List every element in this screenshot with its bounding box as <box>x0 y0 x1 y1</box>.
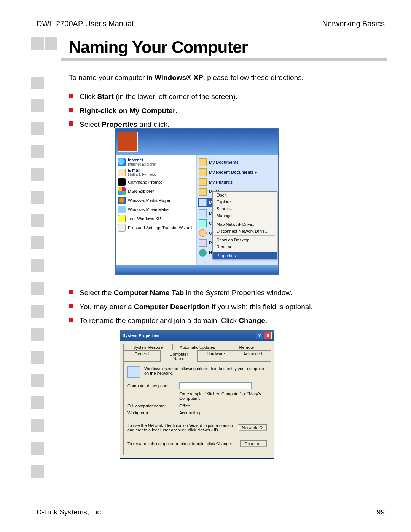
context-menu-item[interactable]: Rename <box>213 243 277 250</box>
tab[interactable]: Advanced <box>234 350 271 361</box>
tab[interactable]: Remote <box>222 344 271 350</box>
folder-icon <box>199 188 207 196</box>
app-icon <box>118 158 126 166</box>
header-left: DWL-2700AP User's Manual <box>37 19 134 28</box>
folder-icon <box>199 239 207 247</box>
start-menu-item[interactable]: My Recent Documents ▸ <box>199 168 276 176</box>
tab[interactable]: Hardware <box>197 350 234 361</box>
app-icon <box>118 224 126 232</box>
folder-icon <box>199 178 207 186</box>
instruction-list-1: Click Start (in the lower left corner of… <box>69 88 237 134</box>
close-button[interactable]: X <box>264 332 272 339</box>
app-icon <box>118 178 126 186</box>
list-item: Right-click on My Computer. <box>69 106 237 116</box>
tabs: System RestoreAutomatic UpdatesRemote Ge… <box>120 341 274 361</box>
list-item: You may enter a Computer Description if … <box>69 302 313 312</box>
folder-icon <box>199 219 207 227</box>
computer-icon <box>127 366 140 378</box>
decorative-squares-top <box>31 37 61 55</box>
user-avatar-icon <box>118 132 138 152</box>
app-icon <box>118 169 126 176</box>
app-icon <box>118 197 126 204</box>
app-icon <box>118 215 126 222</box>
context-menu-item[interactable]: Search... <box>213 205 277 212</box>
app-icon <box>118 206 126 213</box>
context-menu: OpenExploreSearch...ManageMap Network Dr… <box>212 191 277 259</box>
window-title: System Properties <box>123 333 159 338</box>
context-menu-item[interactable]: Properties <box>213 252 277 259</box>
info-text: Windows uses the following information t… <box>144 366 267 375</box>
folder-icon <box>199 249 207 257</box>
start-menu-item[interactable]: Files and Settings Transfer Wizard <box>118 224 194 232</box>
list-item: To rename the computer and join a domain… <box>69 316 313 326</box>
tab[interactable]: General <box>123 350 161 361</box>
start-menu-footer <box>116 265 278 274</box>
context-menu-item[interactable]: Manage <box>213 212 277 219</box>
page-number: 99 <box>377 508 385 516</box>
start-menu-item[interactable]: Windows Movie Maker <box>118 206 194 213</box>
context-menu-item[interactable]: Disconnect Network Drive... <box>213 228 277 235</box>
context-menu-item[interactable]: Show on Desktop <box>213 236 277 243</box>
start-menu-item[interactable]: My Documents <box>199 158 276 166</box>
change-text: To rename this computer or join a domain… <box>127 441 236 446</box>
app-icon <box>118 187 126 195</box>
list-item: Click Start (in the lower left corner of… <box>69 92 237 102</box>
workgroup-label: Workgroup: <box>127 411 176 415</box>
tab[interactable]: System Restore <box>123 344 173 350</box>
decorative-squares-side <box>31 77 44 488</box>
start-menu-item[interactable]: MSN Explorer <box>118 187 194 195</box>
fullname-label: Full computer name: <box>127 404 176 408</box>
title-underline <box>31 58 387 61</box>
folder-icon <box>199 168 207 176</box>
change-button[interactable]: Change... <box>240 440 267 447</box>
list-item: Select the Computer Name Tab in the Syst… <box>69 288 313 298</box>
start-menu-item[interactable]: My Pictures <box>199 178 276 186</box>
tab[interactable]: Automatic Updates <box>172 344 222 350</box>
start-menu-item[interactable]: Command Prompt <box>118 178 194 186</box>
network-id-button[interactable]: Network ID <box>238 424 267 431</box>
context-menu-item[interactable]: Map Network Drive... <box>213 221 277 228</box>
fullname-value: Office <box>179 404 190 408</box>
start-menu-left-pane: InternetInternet ExplorerE-mailOutlook E… <box>116 155 197 265</box>
folder-icon <box>199 158 207 166</box>
system-properties-figure: System Properties ? X System RestoreAuto… <box>120 330 274 459</box>
footer-left: D-Link Systems, Inc. <box>37 508 103 516</box>
start-menu-figure: InternetInternet ExplorerE-mailOutlook E… <box>115 128 279 275</box>
start-menu-item[interactable]: Tour Windows XP <box>118 215 194 222</box>
page-title: Naming Your Computer <box>69 38 248 57</box>
context-menu-item[interactable]: Explore <box>213 198 277 205</box>
header-right: Networking Basics <box>322 19 385 28</box>
folder-icon <box>199 229 207 237</box>
workgroup-value: Accounting <box>179 411 200 415</box>
start-menu-item[interactable]: InternetInternet Explorer <box>118 158 194 166</box>
networkid-text: To use the Network Identification Wizard… <box>127 423 234 432</box>
folder-icon <box>199 199 207 206</box>
start-menu-item[interactable]: E-mailOutlook Express <box>118 168 194 177</box>
start-menu-item[interactable]: Windows Media Player <box>118 197 194 204</box>
folder-icon <box>199 209 207 217</box>
intro-text: To name your computer in Windows® XP, pl… <box>69 73 304 82</box>
footer-rule <box>35 505 387 505</box>
start-menu-header <box>116 129 278 155</box>
titlebar: System Properties ? X <box>120 330 274 341</box>
description-label: Computer description: <box>127 383 176 388</box>
instruction-list-2: Select the Computer Name Tab in the Syst… <box>69 284 313 330</box>
description-hint: For example: "Kitchen Computer" or "Mary… <box>179 391 267 401</box>
description-input[interactable] <box>179 382 252 389</box>
tab-panel: Windows uses the following information t… <box>123 361 271 455</box>
help-button[interactable]: ? <box>256 332 263 339</box>
tab[interactable]: Computer Name <box>160 351 198 362</box>
context-menu-item[interactable]: Open <box>213 192 277 198</box>
